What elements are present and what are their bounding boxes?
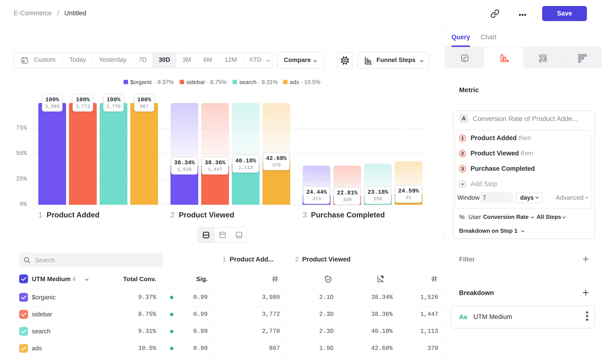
svg-text:3: 3 [461, 166, 464, 171]
svg-text:1: 1 [461, 135, 464, 141]
svg-text:2: 2 [461, 151, 464, 156]
